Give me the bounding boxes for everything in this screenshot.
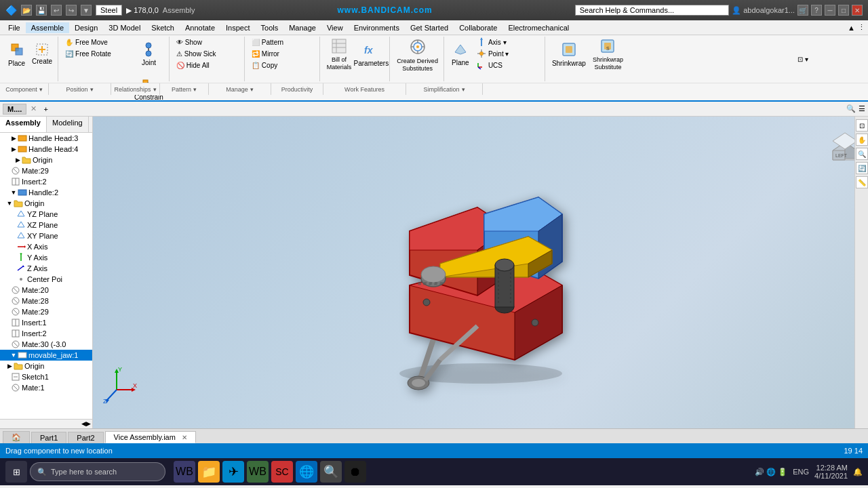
cart-icon[interactable]: 🛒	[797, 5, 808, 16]
close-vice-tab-icon[interactable]: ✕	[182, 434, 187, 441]
group-label-work-features[interactable]: Work Features	[323, 83, 406, 95]
tree-item-x-axis[interactable]: X Axis	[0, 241, 92, 252]
taskbar-app-wb2[interactable]: WB	[247, 461, 269, 483]
place-button[interactable]: Place	[5, 37, 28, 72]
shrinkwrap-button[interactable]: Shrinkwrap	[549, 37, 589, 72]
tree-item-insert1[interactable]: Insert:1	[0, 317, 92, 328]
tree-item-sketch1[interactable]: Sketch1	[0, 371, 92, 382]
ucs-button[interactable]: UCS	[474, 60, 542, 70]
panel-close-btn[interactable]: ✕	[28, 104, 39, 114]
notification-icon[interactable]: 🔔	[853, 468, 863, 476]
system-tray[interactable]: 🔊 🌐 🔋	[755, 468, 787, 476]
mirror-button[interactable]: 🔁 Mirror	[249, 48, 317, 59]
tab-assembly[interactable]: Assembly	[0, 117, 47, 132]
view-options-btn[interactable]: ⊡ ▾	[795, 54, 863, 64]
tree-item-mate29a[interactable]: Mate:29	[0, 165, 92, 176]
taskbar-app-record[interactable]: ⏺	[344, 461, 366, 483]
menu-view[interactable]: View	[321, 22, 349, 33]
tree-item-handle2[interactable]: ▼ Handle:2	[0, 187, 92, 198]
axis-button[interactable]: Axis ▾	[474, 37, 542, 47]
tab-modeling[interactable]: Modeling	[47, 117, 89, 132]
create-derived-substitutes-button[interactable]: Create DerivedSubstitutes	[394, 37, 441, 74]
toolbar-undo-icon[interactable]: ↩	[51, 5, 62, 16]
material-selector[interactable]: Steel	[96, 5, 122, 16]
show-button[interactable]: 👁 Show	[174, 37, 241, 47]
tree-item-xz-plane[interactable]: XZ Plane	[0, 220, 92, 230]
tree-item-origin2[interactable]: ▼ Origin	[0, 198, 92, 209]
taskbar-app-edge[interactable]: 🌐	[296, 461, 317, 483]
panel-tab-label[interactable]: M....	[3, 104, 26, 115]
part1-tab[interactable]: Part1	[31, 432, 66, 443]
taskbar-search[interactable]: 🔍 Type here to search	[30, 462, 165, 481]
help-icon[interactable]: ?	[811, 5, 822, 16]
menu-design[interactable]: Design	[69, 22, 103, 33]
group-label-relationships[interactable]: Relationships▾	[111, 83, 160, 95]
menu-3dmodel[interactable]: 3D Model	[103, 22, 146, 33]
minimize-button[interactable]: ─	[825, 5, 835, 16]
viewport-tool-1[interactable]: ⊡	[856, 119, 868, 131]
tree-item-movable-jaw[interactable]: ▼ movable_jaw:1	[0, 350, 92, 361]
panel-menu-icon[interactable]: ☰	[859, 104, 865, 113]
tree-item-handle4[interactable]: ▶ Handle Head:4	[0, 144, 92, 155]
scroll-right-icon[interactable]: ▶	[86, 420, 91, 428]
menu-file[interactable]: File	[3, 22, 26, 33]
copy-button[interactable]: 📋 Copy	[249, 60, 317, 70]
menu-sketch[interactable]: Sketch	[146, 22, 180, 33]
point-button[interactable]: Point ▾	[474, 48, 542, 59]
menu-electromechanical[interactable]: Electromechanical	[502, 22, 574, 33]
toolbar-file-icon[interactable]: 📂	[21, 5, 32, 16]
maximize-button[interactable]: □	[838, 5, 849, 16]
ime-indicator[interactable]: ENG	[793, 468, 809, 476]
tree-item-insert2b[interactable]: Insert:2	[0, 328, 92, 339]
bill-of-materials-button[interactable]: Bill ofMaterials	[324, 37, 355, 73]
vice-assembly-tab[interactable]: Vice Assembly.iam ✕	[105, 431, 196, 443]
menu-environments[interactable]: Environments	[349, 22, 405, 33]
quick-access-more[interactable]: ▼	[81, 5, 92, 16]
scroll-left-icon[interactable]: ◀	[81, 420, 86, 428]
free-rotate-button[interactable]: 🔄 Free Rotate	[62, 48, 130, 59]
tree-item-mate20[interactable]: Mate:20	[0, 285, 92, 296]
plane-button[interactable]: Plane	[448, 37, 473, 72]
tree-item-origin1[interactable]: ▶ Origin	[0, 155, 92, 165]
toolbar-save-icon[interactable]: 💾	[36, 5, 47, 16]
viewport-tool-measure[interactable]: 📏	[856, 176, 868, 188]
menu-assemble[interactable]: Assemble	[26, 22, 69, 33]
clock[interactable]: 12:28 AM 4/11/2021	[814, 464, 848, 480]
user-account[interactable]: 👤 abdoalgokar1...	[732, 6, 795, 15]
start-button[interactable]: ⊞	[5, 461, 27, 483]
create-button[interactable]: Create	[29, 37, 55, 72]
show-sick-button[interactable]: ⚠ Show Sick	[174, 48, 241, 59]
part2-tab[interactable]: Part2	[68, 432, 103, 443]
tree-item-yz-plane[interactable]: YZ Plane	[0, 209, 92, 220]
viewport-tool-rotate[interactable]: 🔄	[856, 162, 868, 174]
menu-inspect[interactable]: Inspect	[220, 22, 255, 33]
menu-annotate[interactable]: Annotate	[180, 22, 220, 33]
tree-item-origin3[interactable]: ▶ Origin	[0, 361, 92, 371]
menu-collaborate[interactable]: Collaborate	[454, 22, 502, 33]
group-label-productivity[interactable]: Productivity	[271, 83, 323, 95]
menu-getstarted[interactable]: Get Started	[405, 22, 454, 33]
menu-tools[interactable]: Tools	[256, 22, 284, 33]
parameters-button[interactable]: fx Parameters	[355, 37, 387, 72]
group-label-simplification[interactable]: Simplification▾	[406, 83, 483, 95]
viewport-tool-zoom[interactable]: 🔍	[856, 148, 868, 160]
taskbar-app-search[interactable]: 🔍	[320, 461, 342, 483]
taskbar-app-folder[interactable]: 📁	[198, 461, 220, 483]
more-options-icon[interactable]: ⋮	[858, 23, 865, 32]
tree-item-mate30[interactable]: Mate:30 (-3.0	[0, 339, 92, 350]
taskbar-app-wb1[interactable]: WB	[174, 461, 195, 483]
home-tab[interactable]: 🏠	[3, 431, 30, 443]
tree-item-insert2a[interactable]: Insert:2	[0, 176, 92, 187]
expand-ribbon-icon[interactable]: ▲	[848, 24, 855, 32]
tree-item-mate29b[interactable]: Mate:29	[0, 306, 92, 317]
group-label-pattern[interactable]: Pattern▾	[160, 83, 209, 95]
taskbar-app-sc[interactable]: SC	[271, 461, 293, 483]
tree-item-mate1[interactable]: Mate:1	[0, 382, 92, 393]
tree-item-center-pt[interactable]: Center Poi	[0, 274, 92, 285]
toolbar-redo-icon[interactable]: ↪	[66, 5, 77, 16]
menu-manage[interactable]: Manage	[283, 22, 321, 33]
close-button[interactable]: ✕	[852, 5, 863, 16]
shrinkwrap-substitute-button[interactable]: S ShrinkwrapSubstitute	[590, 37, 626, 73]
taskbar-app-telegram[interactable]: ✈	[222, 461, 244, 483]
group-label-component[interactable]: Component▾	[0, 83, 49, 95]
